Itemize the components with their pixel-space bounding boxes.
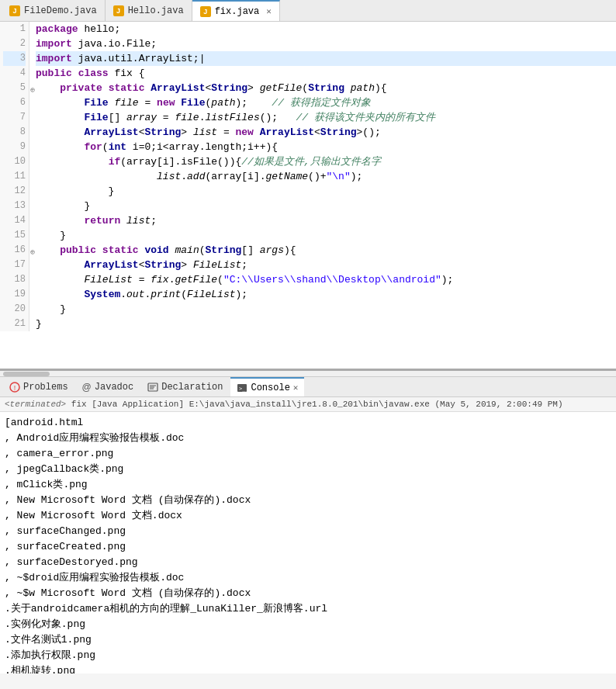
line-num-13: 13 [3, 199, 26, 213]
console-line-2: , Android应用编程实验报告模板.doc [5, 431, 611, 446]
problems-icon: ! [9, 382, 20, 393]
code-line-15: } [36, 228, 616, 243]
at-icon: @ [82, 382, 92, 393]
console-icon: >_ [237, 383, 247, 393]
editor-scrollbar[interactable] [0, 371, 616, 377]
line-num-9: 9 [3, 140, 26, 154]
console-line-4: , jpegCallback类.png [5, 462, 611, 477]
code-line-8: ArrayList<String> list = new ArrayList<S… [36, 125, 616, 140]
code-line-3: import java.util.ArrayList;| [36, 51, 616, 66]
panel-tab-declaration-label: Declaration [161, 382, 223, 393]
line-num-7: 7 [3, 110, 26, 125]
svg-text:>_: >_ [239, 386, 246, 392]
console-line-17: .相机旋转.png [5, 663, 611, 673]
console-line-8: , surfaceChanged.png [5, 524, 611, 539]
code-editor: 1 2 3 4 5 6 7 8 9 10 11 12 13 14 15 16 1… [0, 22, 616, 371]
console-line-3: , camera_error.png [5, 446, 611, 462]
line-numbers: 1 2 3 4 5 6 7 8 9 10 11 12 13 14 15 16 1… [0, 22, 29, 331]
line-num-3: 3 [3, 51, 26, 66]
code-line-5: private static ArrayList<String> getFile… [36, 81, 616, 95]
tab-filedemo-label: FileDemo.java [24, 5, 97, 16]
tab-fix-close[interactable]: ✕ [266, 6, 272, 16]
panel-tab-bar: ! Problems @ Javadoc Declaration >_ Cons… [0, 377, 616, 397]
code-content[interactable]: package hello; import java.io.File; impo… [29, 22, 616, 331]
console-header: <terminated> fix [Java Application] E:\j… [0, 397, 616, 412]
code-line-13: } [36, 199, 616, 213]
line-num-1: 1 [3, 22, 26, 36]
panel-tab-problems-label: Problems [23, 382, 68, 393]
code-line-7: File[] array = file.listFiles(); // 获得该文… [36, 110, 616, 125]
line-num-2: 2 [3, 36, 26, 51]
java-icon-filedemo: J [9, 5, 20, 16]
console-line-12: , ~$w Microsoft Word 文档 (自动保存的).docx [5, 586, 611, 601]
code-line-2: import java.io.File; [36, 36, 616, 51]
line-num-17: 17 [3, 258, 26, 272]
java-icon-fix: J [200, 6, 211, 17]
console-line-1: [android.html [5, 415, 611, 431]
line-num-8: 8 [3, 125, 26, 140]
bottom-panel: ! Problems @ Javadoc Declaration >_ Cons… [0, 377, 616, 673]
code-line-4: public class fix { [36, 66, 616, 81]
tab-filedemo[interactable]: J FileDemo.java [2, 0, 106, 21]
code-line-17: ArrayList<String> FileList; [36, 258, 616, 272]
panel-tab-javadoc-label: Javadoc [95, 382, 133, 393]
code-line-1: package hello; [36, 22, 616, 36]
code-line-19: System.out.print(FileList); [36, 287, 616, 302]
line-num-10: 10 [3, 154, 26, 169]
tab-fix[interactable]: J fix.java ✕ [192, 0, 280, 21]
decl-icon [147, 382, 158, 393]
console-line-6: , New Microsoft Word 文档 (自动保存的).docx [5, 493, 611, 508]
panel-tab-console[interactable]: >_ Console ✕ [230, 377, 304, 396]
console-app-info: fix [Java Application] E:\java\java_inst… [71, 400, 563, 409]
line-num-16: 16 [3, 243, 26, 258]
tab-fix-label: fix.java [215, 6, 260, 17]
console-line-13: .关于androidcamera相机的方向的理解_LunaKiller_新浪博客… [5, 601, 611, 617]
console-line-10: , surfaceDestoryed.png [5, 555, 611, 570]
code-line-20: } [36, 302, 616, 317]
console-line-5: , mClick类.png [5, 477, 611, 493]
line-num-20: 20 [3, 302, 26, 317]
terminated-label: <terminated> [5, 400, 66, 409]
java-icon-hello: J [113, 5, 124, 16]
line-num-18: 18 [3, 272, 26, 287]
panel-tab-console-close[interactable]: ✕ [293, 383, 299, 393]
line-num-19: 19 [3, 287, 26, 302]
code-line-6: File file = new File(path); // 获得指定文件对象 [36, 95, 616, 110]
line-num-12: 12 [3, 184, 26, 199]
console-line-7: , New Microsoft Word 文档.docx [5, 508, 611, 524]
editor-scrollbar-thumb[interactable] [3, 372, 50, 376]
console-line-16: .添加执行权限.png [5, 648, 611, 663]
tab-hello-label: Hello.java [128, 5, 184, 16]
code-line-16: public static void main(String[] args){ [36, 243, 616, 258]
line-num-5: 5 [3, 81, 26, 95]
panel-tab-problems[interactable]: ! Problems [3, 377, 74, 396]
code-line-18: FileList = fix.getFile("C:\\Users\\shand… [36, 272, 616, 287]
code-line-11: list.add(array[i].getName()+"\n"); [36, 169, 616, 184]
panel-tab-declaration[interactable]: Declaration [141, 377, 229, 396]
panel-tab-javadoc[interactable]: @ Javadoc [76, 377, 140, 396]
tab-hello[interactable]: J Hello.java [106, 0, 192, 21]
line-num-14: 14 [3, 213, 26, 228]
editor-tab-bar: J FileDemo.java J Hello.java J fix.java … [0, 0, 616, 22]
code-line-12: } [36, 184, 616, 199]
console-line-14: .实例化对象.png [5, 617, 611, 632]
console-output[interactable]: [android.html , Android应用编程实验报告模板.doc , … [0, 412, 616, 673]
code-line-21: } [36, 317, 616, 331]
line-num-11: 11 [3, 169, 26, 184]
code-line-9: for(int i=0;i<array.length;i++){ [36, 140, 616, 154]
code-line-14: return list; [36, 213, 616, 228]
line-num-21: 21 [3, 317, 26, 331]
line-num-4: 4 [3, 66, 26, 81]
console-line-11: , ~$droid应用编程实验报告模板.doc [5, 570, 611, 586]
console-line-15: .文件名测试1.png [5, 632, 611, 648]
line-num-15: 15 [3, 228, 26, 243]
line-num-6: 6 [3, 95, 26, 110]
console-line-9: , surfaceCreated.png [5, 539, 611, 555]
code-line-10: if(array[i].isFile()){//如果是文件,只输出文件名字 [36, 154, 616, 169]
panel-tab-console-label: Console [251, 383, 289, 393]
svg-text:!: ! [14, 384, 16, 392]
